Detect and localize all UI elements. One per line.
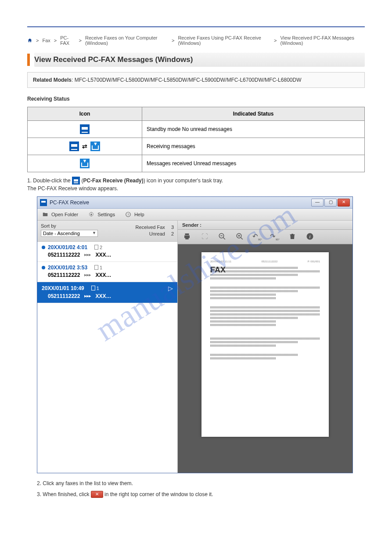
svg-line-7 <box>241 237 243 239</box>
minimize-button[interactable]: — <box>311 199 324 207</box>
info-button[interactable]: i <box>305 232 315 241</box>
inbox-icon <box>90 141 100 151</box>
rotate-left-button[interactable]: ↶90° <box>252 232 262 241</box>
sender-label: Sender : <box>178 221 352 230</box>
menubar: Open Folder Settings ? Help <box>37 209 352 221</box>
close-icon: ✕ <box>91 491 103 498</box>
tray-icon <box>72 177 80 185</box>
page-icon <box>91 286 95 290</box>
svg-point-0 <box>90 214 92 215</box>
settings-button[interactable]: Settings <box>88 211 115 218</box>
preview-toolbar: ⛶ ↶90° ↷90° i <box>178 230 352 244</box>
status-table: IconIndicated Status Standby mode No unr… <box>27 107 365 172</box>
sort-label: Sort by <box>41 223 136 229</box>
svg-text:i: i <box>309 234 311 239</box>
sync-arrows-icon: ⇄ <box>82 143 87 150</box>
page-icon <box>94 265 98 270</box>
open-folder-button[interactable]: Open Folder <box>42 211 78 218</box>
fax-list-pane: Sort by Date - Ascending Received Fax3 U… <box>37 221 178 473</box>
count-summary: Received Fax3 Unread2 <box>136 223 174 238</box>
fax-list-item[interactable]: 20XX/01/02 4:012 05211112222▸▸▸XXX… <box>37 242 177 262</box>
help-button[interactable]: ? Help <box>125 211 144 218</box>
fax-list-item[interactable]: 20XX/01/02 3:531 05211112222▸▸▸XXX… <box>37 262 177 282</box>
svg-line-4 <box>223 237 225 239</box>
svg-text:?: ? <box>127 213 129 217</box>
maximize-button[interactable]: ▢ <box>324 199 337 207</box>
close-button[interactable]: ✕ <box>338 199 350 207</box>
step-2: 2. Click any faxes in the list to view t… <box>37 479 355 488</box>
gear-icon <box>88 211 95 218</box>
arrow-right-icon: ▸▸▸ <box>84 293 91 299</box>
folder-icon <box>42 211 49 218</box>
flag-icon: ▷ <box>168 285 173 292</box>
zoom-in-button[interactable] <box>235 232 245 241</box>
print-button[interactable] <box>182 232 192 241</box>
zoom-out-button[interactable] <box>217 232 227 241</box>
pcfax-window: PC-FAX Receive — ▢ ✕ Open Folder Setting… <box>37 196 353 473</box>
home-icon <box>27 37 32 44</box>
help-icon: ? <box>125 211 132 218</box>
unread-dot-icon <box>42 246 45 249</box>
delete-button[interactable] <box>288 232 297 241</box>
fit-button[interactable]: ⛶ <box>200 232 209 241</box>
tray-icon <box>80 124 90 134</box>
subheading: Receiving Status <box>27 96 70 102</box>
arrow-right-icon: ▸▸▸ <box>84 252 91 258</box>
window-title: PC-FAX Receive <box>50 200 311 206</box>
step-3: 3. When finished, click ✕ in the right t… <box>37 490 355 499</box>
fax-list-item[interactable]: 20XX/01/01 10:491▷ 05211112222▸▸▸XXX… <box>37 282 177 303</box>
unread-dot-icon <box>42 266 45 269</box>
section-heading: View Received PC-FAX Messages (Windows) <box>27 53 365 67</box>
page-icon <box>94 245 98 250</box>
step-1: 1. Double-click the (PC-Fax Receive (Rea… <box>27 177 365 193</box>
fax-preview-document: 20XX/01/01 11:1105211112222P. 001/001 FA… <box>201 252 329 437</box>
arrow-right-icon: ▸▸▸ <box>84 272 91 278</box>
sort-select[interactable]: Date - Ascending <box>41 230 98 237</box>
inbox-icon <box>80 159 90 168</box>
related-models: Related Models: MFC-L5700DW/MFC-L5800DW/… <box>27 72 365 88</box>
titlebar: PC-FAX Receive — ▢ ✕ <box>37 197 352 209</box>
rotate-right-button[interactable]: ↷90° <box>270 232 280 241</box>
preview-pane: Sender : ⛶ ↶90° ↷90° i 20XX/01/01 11:110… <box>178 221 352 473</box>
tray-icon <box>69 141 79 151</box>
app-icon <box>40 199 47 206</box>
breadcrumb: > Fax > PC-FAX > Receive Faxes on Your C… <box>27 35 365 46</box>
